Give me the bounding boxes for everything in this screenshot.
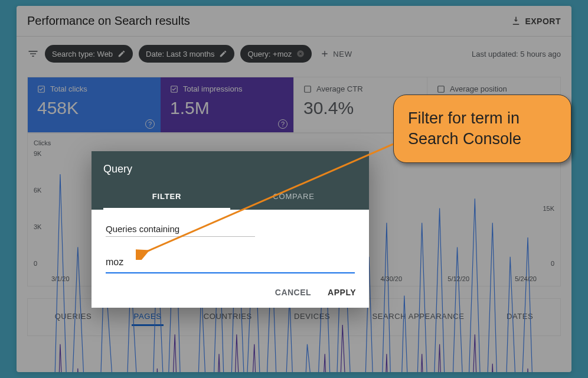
query-dialog: Query FILTER COMPARE Queries containing … xyxy=(92,151,369,308)
dialog-tab-compare[interactable]: COMPARE xyxy=(230,185,357,210)
query-input[interactable] xyxy=(106,253,355,273)
dialog-title: Query xyxy=(103,163,357,175)
cancel-button[interactable]: CANCEL xyxy=(275,288,311,297)
apply-button[interactable]: APPLY xyxy=(328,288,356,297)
query-mode-select[interactable]: Queries containing xyxy=(106,221,255,237)
dialog-tab-filter[interactable]: FILTER xyxy=(103,185,230,210)
annotation-callout: Filter for term in Search Console xyxy=(393,94,571,163)
